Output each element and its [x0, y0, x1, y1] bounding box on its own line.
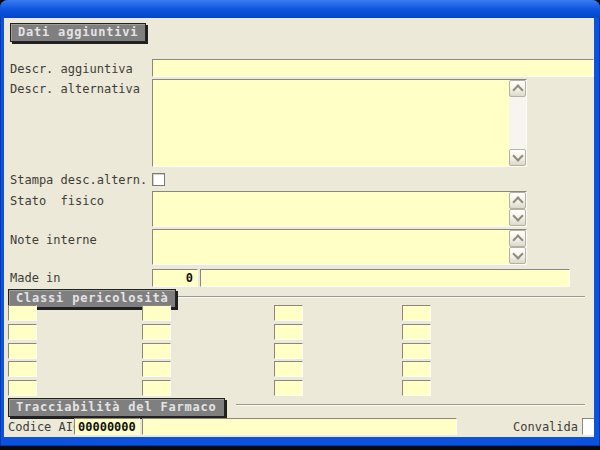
stato-fisico-text[interactable] [153, 192, 509, 226]
classi-pericolosita-box[interactable] [274, 305, 303, 321]
descr-aggiuntiva-input[interactable] [152, 59, 594, 77]
stato-fisico-scrollbar[interactable] [509, 192, 526, 226]
descr-alternativa-scrollbar[interactable] [509, 80, 526, 166]
note-interne-scrollbar[interactable] [509, 230, 526, 264]
section-header-dati-aggiuntivi[interactable]: Dati aggiuntivi [10, 23, 146, 42]
stampa-desc-altern-label: Stampa desc.altern. [10, 173, 147, 187]
descr-alternativa-text[interactable] [153, 80, 509, 166]
codice-aic-description-input[interactable] [142, 418, 457, 435]
classi-pericolosita-box[interactable] [402, 305, 431, 321]
classi-pericolosita-box[interactable] [402, 361, 431, 377]
classi-pericolosita-box[interactable] [402, 324, 431, 340]
classi-pericolosita-box[interactable] [274, 380, 303, 396]
section-header-tracciabilita[interactable]: Tracciabilità del Farmaco [8, 398, 225, 417]
convalida-label: Convalida [513, 420, 578, 434]
stato-fisico-textarea[interactable] [152, 191, 527, 227]
stato-fisico-label: Stato fisico [10, 194, 104, 208]
classi-pericolosita-box[interactable] [274, 324, 303, 340]
app-window: Dati aggiuntivi Descr. aggiuntiva Descr.… [0, 0, 600, 446]
classi-pericolosita-box[interactable] [8, 343, 37, 359]
scroll-up-icon [512, 234, 523, 245]
scroll-up-button[interactable] [509, 80, 526, 97]
classi-pericolosita-box[interactable] [8, 361, 37, 377]
descr-aggiuntiva-label: Descr. aggiuntiva [10, 62, 133, 76]
stampa-desc-altern-checkbox[interactable] [152, 173, 165, 186]
made-in-description-input[interactable] [200, 269, 570, 287]
made-in-label: Made in [10, 271, 61, 285]
form-area: Dati aggiuntivi Descr. aggiuntiva Descr.… [4, 18, 594, 437]
descr-alternativa-label: Descr. alternativa [10, 82, 140, 96]
scroll-up-icon [512, 84, 523, 95]
tracciabilita-section-divider [236, 404, 585, 406]
classi-grid [4, 305, 594, 399]
classi-pericolosita-box[interactable] [8, 380, 37, 396]
note-interne-label: Note interne [10, 233, 97, 247]
classi-pericolosita-box[interactable] [142, 324, 171, 340]
scroll-down-icon [512, 210, 523, 221]
classi-pericolosita-box[interactable] [142, 361, 171, 377]
classi-pericolosita-box[interactable] [402, 380, 431, 396]
title-bar[interactable] [0, 0, 600, 18]
note-interne-textarea[interactable] [152, 229, 527, 265]
classi-pericolosita-box[interactable] [142, 305, 171, 321]
scroll-down-icon [512, 248, 523, 259]
scroll-down-button[interactable] [509, 149, 526, 166]
descr-alternativa-textarea[interactable] [152, 79, 527, 167]
scroll-down-icon [512, 150, 523, 161]
scroll-up-button[interactable] [509, 230, 526, 247]
codice-aic-input[interactable] [74, 418, 140, 435]
convalida-input[interactable] [582, 418, 594, 435]
classi-pericolosita-box[interactable] [8, 324, 37, 340]
classi-pericolosita-box[interactable] [8, 305, 37, 321]
classi-pericolosita-box[interactable] [402, 343, 431, 359]
classi-pericolosita-box[interactable] [274, 361, 303, 377]
classi-pericolosita-box[interactable] [142, 380, 171, 396]
scroll-up-button[interactable] [509, 192, 526, 209]
scroll-track[interactable] [509, 97, 526, 149]
note-interne-text[interactable] [153, 230, 509, 264]
classi-section-divider [174, 296, 585, 298]
scroll-down-button[interactable] [509, 209, 526, 226]
scroll-down-button[interactable] [509, 247, 526, 264]
codice-aic-label: Codice AIC [8, 420, 80, 434]
classi-pericolosita-box[interactable] [142, 343, 171, 359]
scroll-up-icon [512, 196, 523, 207]
classi-pericolosita-box[interactable] [274, 343, 303, 359]
made-in-code-input[interactable] [152, 269, 198, 287]
